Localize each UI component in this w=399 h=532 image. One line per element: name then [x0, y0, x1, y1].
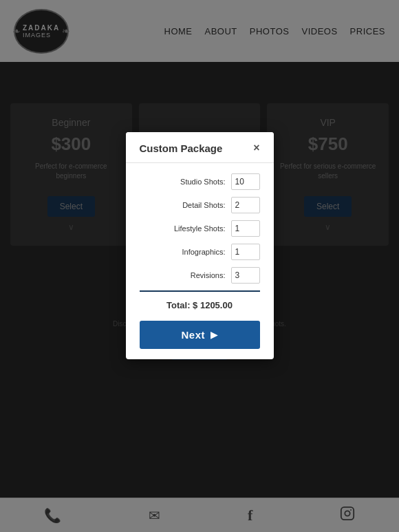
detail-shots-label: Detail Shots:: [140, 201, 226, 209]
studio-shots-label: Studio Shots:: [140, 178, 226, 186]
modal-header: Custom Package ×: [126, 132, 274, 163]
infographics-label: Infographics:: [140, 248, 226, 256]
modal-title: Custom Package: [140, 142, 223, 154]
infographics-row: Infographics:: [140, 244, 260, 260]
total-text: Total: $ 1205.00: [166, 300, 233, 310]
custom-package-modal: Custom Package × Studio Shots: Detail Sh…: [126, 132, 274, 359]
lifestyle-shots-row: Lifestyle Shots:: [140, 220, 260, 237]
detail-shots-input[interactable]: [231, 197, 260, 213]
detail-shots-row: Detail Shots:: [140, 197, 260, 213]
modal-overlay: Custom Package × Studio Shots: Detail Sh…: [0, 0, 399, 532]
studio-shots-row: Studio Shots:: [140, 173, 260, 190]
lifestyle-shots-label: Lifestyle Shots:: [140, 224, 226, 233]
next-button-label: Next: [181, 329, 205, 341]
studio-shots-input[interactable]: [231, 173, 260, 190]
revisions-row: Revisions:: [140, 267, 260, 284]
next-button-arrow-icon: ▶: [211, 330, 218, 340]
total-row: Total: $ 1205.00: [140, 300, 260, 310]
modal-close-button[interactable]: ×: [253, 142, 259, 153]
divider: [140, 290, 260, 292]
lifestyle-shots-input[interactable]: [231, 220, 260, 237]
next-button[interactable]: Next ▶: [140, 321, 260, 349]
revisions-input[interactable]: [231, 267, 260, 284]
revisions-label: Revisions:: [140, 271, 226, 279]
infographics-input[interactable]: [231, 244, 260, 260]
modal-body: Studio Shots: Detail Shots: Lifestyle Sh…: [126, 163, 274, 359]
